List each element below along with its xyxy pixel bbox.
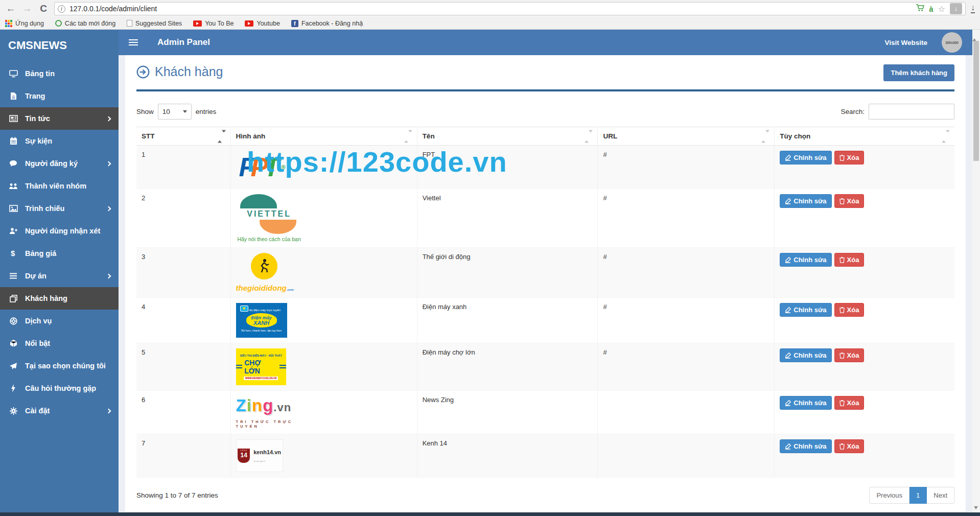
- table-row: 5 SIÊU THỊ ĐIỆN MÁY - NỘI THẤT CHỢ LỚN W…: [136, 343, 954, 391]
- sidebar-item-su-kien[interactable]: Sự kiện: [0, 130, 119, 152]
- pagination-next[interactable]: Next: [927, 487, 954, 504]
- facebook-icon: f: [291, 20, 298, 27]
- page-title: Khách hàng: [136, 64, 223, 79]
- bookmark-facebook[interactable]: f Facebook - Đăng nhậ: [291, 20, 363, 27]
- delete-button[interactable]: Xóa: [834, 439, 865, 453]
- site-info-icon[interactable]: i: [58, 5, 65, 13]
- sidebar-item-nguoi-dang-ky[interactable]: Người đăng ký: [0, 152, 119, 175]
- sidebar-item-bang-gia[interactable]: $ Bảng giá: [0, 242, 119, 265]
- cart-extension-icon[interactable]: [916, 4, 924, 14]
- bookmark-recent-tabs[interactable]: Các tab mới đóng: [55, 20, 115, 27]
- edit-button[interactable]: Chỉnh sửa: [780, 253, 831, 267]
- back-icon[interactable]: ←: [5, 3, 16, 14]
- sidebar-item-cai-dat[interactable]: Cài đặt: [0, 400, 119, 422]
- add-customer-button[interactable]: Thêm khách hàng: [883, 64, 954, 81]
- visit-website-link[interactable]: Visit Website: [884, 39, 927, 46]
- bookmark-suggested-sites[interactable]: Suggested Sites: [127, 20, 182, 27]
- downloads-icon[interactable]: ↓: [971, 4, 975, 13]
- bookmark-youtobe[interactable]: You To Be: [193, 20, 234, 27]
- table-row: 7 KÊNH14 kenh14.vntin tức giải trí Kenh …: [136, 434, 954, 478]
- bookmarks-bar: Ứng dụng Các tab mới đóng Suggested Site…: [0, 17, 980, 30]
- calendar-icon: [8, 137, 18, 145]
- scroll-down-icon[interactable]: [974, 506, 978, 509]
- sidebar-item-tin-tuc[interactable]: Tin tức: [0, 107, 119, 130]
- edit-button[interactable]: Chỉnh sửa: [780, 194, 831, 208]
- vertical-scrollbar[interactable]: [972, 30, 980, 512]
- sidebar-item-noi-bat[interactable]: Nổi bật: [0, 332, 119, 355]
- sort-icon: [761, 132, 769, 140]
- pagination-previous[interactable]: Previous: [869, 487, 909, 504]
- trash-icon: [839, 443, 845, 450]
- scroll-up-icon[interactable]: [972, 30, 976, 41]
- delete-button[interactable]: Xóa: [834, 396, 865, 410]
- pagination-page-1[interactable]: 1: [909, 487, 927, 504]
- trash-icon: [839, 257, 845, 263]
- user-plus-icon: [8, 227, 18, 234]
- edit-icon: [785, 443, 791, 450]
- zing-logo: Zing.vn TRI THỨC TRỰC TUYẾN: [236, 396, 297, 429]
- edit-button[interactable]: Chỉnh sửa: [780, 348, 831, 362]
- sidebar-item-khach-hang[interactable]: Khách hàng: [0, 287, 119, 310]
- sidebar-item-trang[interactable]: Trang: [0, 85, 119, 107]
- vertical-scrollbar-thumb[interactable]: [973, 41, 979, 161]
- column-header-image[interactable]: Hình ảnh: [230, 127, 417, 146]
- trash-icon: [839, 400, 845, 406]
- hamburger-menu-icon[interactable]: [129, 38, 138, 47]
- sidebar-item-tai-sao-chon-chung-toi[interactable]: Tại sao chọn chúng tôi: [0, 355, 119, 377]
- refresh-icon[interactable]: C: [38, 3, 49, 14]
- edit-icon: [785, 400, 791, 406]
- avatar[interactable]: 300x300: [942, 32, 962, 53]
- edit-button[interactable]: Chỉnh sửa: [780, 439, 831, 453]
- sidebar-item-thanh-vien-nhom[interactable]: Thành viên nhóm: [0, 175, 119, 197]
- sort-icon: [218, 132, 226, 140]
- column-header-url[interactable]: URL: [598, 127, 775, 146]
- edit-icon: [785, 257, 791, 263]
- table-row: 4 ✱ Siêu thị điện máy trực tuyến Điện má…: [136, 298, 954, 343]
- chevron-right-icon: [106, 161, 111, 166]
- sidebar-item-bang-tin[interactable]: Bảng tin: [0, 62, 119, 85]
- chevron-right-icon: [106, 273, 111, 278]
- sidebar-item-cau-hoi-thuong-gap[interactable]: Câu hỏi thường gặp: [0, 377, 119, 400]
- youtube-icon: [245, 20, 253, 27]
- bookmark-youtube[interactable]: Youtube: [245, 20, 279, 27]
- bookmark-apps[interactable]: Ứng dụng: [5, 20, 44, 27]
- brand-logo: CMSNEWS: [0, 30, 119, 62]
- column-header-stt[interactable]: STT: [136, 127, 230, 146]
- delete-button[interactable]: Xóa: [834, 151, 865, 165]
- sidebar-item-nguoi-dung-nhan-xet[interactable]: Người dùng nhận xét: [0, 220, 119, 242]
- url-text[interactable]: 127.0.0.1/code/admin/client: [69, 5, 912, 13]
- main-content: Khách hàng Thêm khách hàng Show 10 entri…: [119, 55, 972, 512]
- sidebar-item-trinh-chieu[interactable]: Trình chiếu: [0, 197, 119, 220]
- chevron-right-icon: [106, 206, 111, 211]
- edit-icon: [785, 155, 791, 161]
- edit-icon: [785, 307, 791, 313]
- delete-button[interactable]: Xóa: [834, 303, 865, 317]
- taskbar-strip: [0, 512, 980, 516]
- bookmark-star-icon[interactable]: ☆: [938, 4, 945, 14]
- edit-button[interactable]: Chỉnh sửa: [780, 151, 831, 165]
- delete-button[interactable]: Xóa: [834, 194, 865, 208]
- history-icon: [55, 20, 62, 27]
- a-extension-icon[interactable]: à: [929, 5, 933, 13]
- viettel-logo: VIETTEL Hãy nói theo cách của bạn: [236, 194, 302, 242]
- download-extension-icon[interactable]: ↓: [950, 3, 962, 14]
- delete-button[interactable]: Xóa: [834, 253, 865, 267]
- sidebar-item-dich-vu[interactable]: Dịch vụ: [0, 310, 119, 332]
- svg-text:$: $: [11, 249, 15, 257]
- sidebar-item-du-an[interactable]: Dự án: [0, 265, 119, 287]
- topbar: Admin Panel Visit Website 300x300: [119, 30, 972, 55]
- edit-button[interactable]: Chỉnh sửa: [780, 303, 831, 317]
- edit-button[interactable]: Chỉnh sửa: [780, 396, 831, 410]
- delete-button[interactable]: Xóa: [834, 348, 865, 362]
- youtube-icon: [193, 20, 202, 27]
- page-length-select[interactable]: 10: [158, 104, 192, 120]
- edit-icon: [785, 198, 791, 204]
- address-bar[interactable]: i 127.0.0.1/code/admin/client à ☆ ↓: [54, 2, 966, 15]
- watermark: https://123code.vn: [247, 145, 507, 178]
- search-input[interactable]: [869, 104, 954, 120]
- forward-icon[interactable]: →: [21, 3, 33, 14]
- customers-card: Khách hàng Thêm khách hàng Show 10 entri…: [125, 55, 966, 516]
- chevron-right-icon: [106, 116, 111, 121]
- column-header-options[interactable]: Tùy chọn: [775, 127, 954, 146]
- column-header-name[interactable]: Tên: [417, 127, 598, 146]
